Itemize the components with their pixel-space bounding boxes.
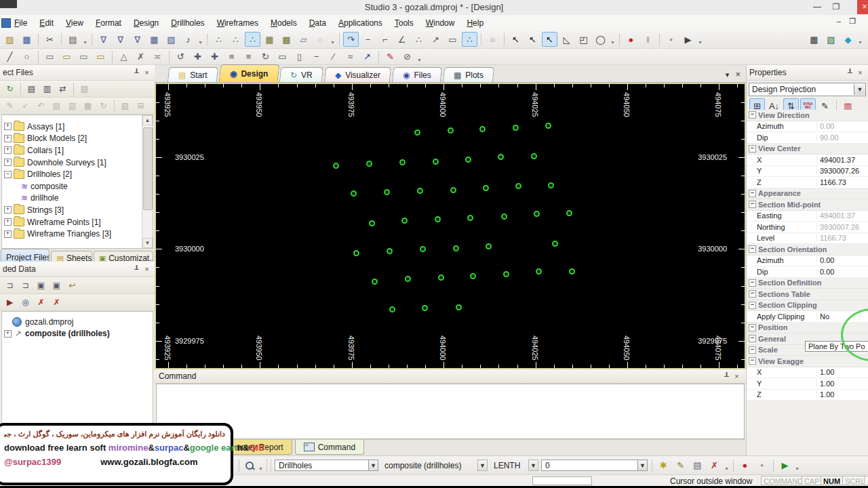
menu-format[interactable]: Format xyxy=(90,16,127,30)
tree-item[interactable]: +Block Models [2] xyxy=(2,133,153,145)
drillhole-collar-point[interactable] xyxy=(534,211,540,217)
menu-file[interactable]: File xyxy=(8,16,33,30)
drillhole-collar-point[interactable] xyxy=(369,220,375,226)
drillhole-collar-point[interactable] xyxy=(372,279,378,285)
drillhole-collar-point[interactable] xyxy=(417,188,423,194)
tree-expander-icon[interactable]: − xyxy=(4,171,12,178)
collapse-icon[interactable]: − xyxy=(749,302,756,309)
properties-selector[interactable]: Design Projection ▼ xyxy=(749,83,866,96)
mdi-minimize-button[interactable]: – xyxy=(837,17,841,25)
scroll-down-icon[interactable]: ▼ xyxy=(142,238,153,248)
tab-close-icon[interactable]: × xyxy=(735,69,741,79)
collapse-icon[interactable]: − xyxy=(749,190,756,197)
rect-lightning-2-icon[interactable]: ▭ xyxy=(93,49,108,64)
drillhole-collar-point[interactable] xyxy=(422,305,428,311)
property-value[interactable]: 494001.37 xyxy=(816,156,868,164)
overlay-data-icon[interactable]: ▣ xyxy=(34,279,48,292)
line-step-icon[interactable]: ⌐ xyxy=(377,32,393,47)
drillhole-collar-point[interactable] xyxy=(486,243,492,249)
drillhole-collar-point[interactable] xyxy=(503,271,509,277)
close-icon[interactable]: × xyxy=(142,265,152,273)
tab-command[interactable]: Command xyxy=(295,440,364,455)
property-category[interactable]: −Sections Table xyxy=(747,289,868,300)
line-trim-icon[interactable]: − xyxy=(309,49,324,64)
select-lasso-icon[interactable]: ◯ xyxy=(593,32,608,47)
new-file-icon[interactable]: ▤ xyxy=(24,82,39,96)
drillhole-collar-point[interactable] xyxy=(479,126,486,132)
print-icon[interactable]: ▤ xyxy=(65,32,81,47)
tab-scroll-icon[interactable]: ▾ xyxy=(726,70,730,79)
menu-view[interactable]: View xyxy=(60,16,90,30)
collapse-icon[interactable]: − xyxy=(749,245,756,253)
record-macro-icon[interactable]: ● xyxy=(623,32,639,47)
circle-tool-icon[interactable]: ○ xyxy=(19,49,35,64)
tree-expander-icon[interactable]: + xyxy=(4,135,12,142)
collapse-icon[interactable]: − xyxy=(749,346,756,354)
play-command-icon[interactable]: ▶ xyxy=(777,458,793,473)
preview-file-icon[interactable]: ◎ xyxy=(18,296,33,309)
tab-visualizer[interactable]: ◆Visualizer xyxy=(324,67,391,82)
point-fill-icon[interactable]: ▩ xyxy=(279,32,294,47)
toolbar-overflow-icon[interactable]: ▾ xyxy=(81,32,89,47)
save-project-icon[interactable]: ▦ xyxy=(19,32,35,47)
pen-icon[interactable]: ✎ xyxy=(382,49,398,64)
rect-tool-icon[interactable]: ▭ xyxy=(445,32,460,47)
property-row[interactable]: Northing3930007.26 xyxy=(747,222,868,233)
open-project-icon[interactable]: ▨ xyxy=(2,32,18,47)
drillhole-collar-point[interactable] xyxy=(470,273,476,279)
points-display-icon[interactable]: ∴ xyxy=(211,32,226,47)
drillhole-collar-point[interactable] xyxy=(467,215,473,221)
collapse-icon[interactable]: − xyxy=(749,201,756,208)
line-flatten-icon[interactable]: − xyxy=(360,32,376,47)
collapse-icon[interactable]: − xyxy=(749,145,756,152)
select-point-icon[interactable]: ↖ xyxy=(525,32,540,47)
drillhole-collar-point[interactable] xyxy=(453,245,459,251)
drillhole-filter-traces-icon[interactable]: ∇ xyxy=(130,32,145,47)
pin-icon[interactable]: ┸ xyxy=(845,68,855,77)
unload-all-icon[interactable]: ✗ xyxy=(50,296,64,309)
tree-expander-icon[interactable]: + xyxy=(4,218,12,226)
mdi-restore-button[interactable]: ❐ xyxy=(849,17,856,26)
property-value[interactable]: 1166.73 xyxy=(816,178,868,186)
angle-tool-icon[interactable]: ∠ xyxy=(394,32,410,47)
drillhole-table-icon[interactable]: ▦ xyxy=(146,32,162,47)
rect-narrow-icon[interactable]: ▯ xyxy=(292,49,307,64)
select-digitise-icon[interactable]: ↖ xyxy=(542,32,557,47)
drillhole-collar-point[interactable] xyxy=(552,241,558,247)
history-icon[interactable]: ↻ xyxy=(96,99,111,113)
drillhole-collar-point[interactable] xyxy=(569,268,575,274)
drillhole-collar-point[interactable] xyxy=(366,161,372,167)
tab-start[interactable]: ▤Start xyxy=(167,67,218,82)
align-bottom-icon[interactable]: ≡ xyxy=(241,49,256,64)
property-category[interactable]: −Section Mid-point xyxy=(747,199,868,211)
tree-item[interactable]: ≋drillhole xyxy=(2,192,153,205)
drillhole-collar-point[interactable] xyxy=(465,157,471,163)
menu-drillholes[interactable]: Drillholes xyxy=(165,16,210,30)
toolbar-overflow-icon[interactable]: ▾ xyxy=(723,458,730,473)
append-data-icon[interactable]: ⊐ xyxy=(3,279,17,292)
collapse-icon[interactable]: − xyxy=(749,290,756,298)
tree-expander-icon[interactable]: + xyxy=(4,206,12,214)
property-value[interactable]: 3930007.26 xyxy=(816,167,868,175)
drillhole-collar-point[interactable] xyxy=(566,210,572,216)
edit-icon[interactable]: ✎ xyxy=(3,99,17,113)
search-icon[interactable] xyxy=(245,461,254,470)
close-button[interactable]: × xyxy=(857,0,868,14)
property-value[interactable]: 1.00 xyxy=(816,390,868,399)
tab-plots[interactable]: ▦Plots xyxy=(443,67,494,82)
point-flip-icon[interactable]: ▱ xyxy=(296,32,311,47)
menu-models[interactable]: Models xyxy=(264,16,303,30)
property-category[interactable]: −Appearance xyxy=(747,188,868,200)
toolbar-overflow-icon[interactable]: ▾ xyxy=(257,458,264,473)
property-row[interactable]: Z1166.73 xyxy=(747,177,868,188)
lock-icon[interactable]: ▤ xyxy=(77,82,92,96)
overlay-data-2-icon[interactable]: ▣ xyxy=(50,279,64,292)
point-pick-icon[interactable]: ∴ xyxy=(462,32,477,47)
drillhole-filter-points-icon[interactable]: ∇ xyxy=(113,32,128,47)
triangle-measure-icon[interactable]: △ xyxy=(116,49,132,64)
line-split-icon[interactable]: ⁄ xyxy=(326,49,341,64)
property-value[interactable]: 0.00 xyxy=(816,268,868,276)
tree-item[interactable]: +Assays [1] xyxy=(2,121,153,133)
drillhole-collar-point[interactable] xyxy=(548,182,554,188)
drillhole-table-edit-icon[interactable]: ▧ xyxy=(163,32,179,47)
